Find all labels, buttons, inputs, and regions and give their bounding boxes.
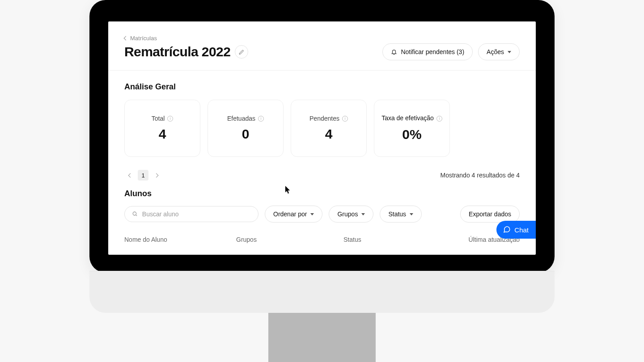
actions-label: Ações: [487, 48, 504, 55]
title-left: Rematrícula 2022: [124, 44, 248, 59]
breadcrumb-label: Matrículas: [130, 35, 157, 42]
info-icon[interactable]: i: [342, 116, 348, 122]
card-value: 4: [159, 126, 166, 142]
page-number[interactable]: 1: [138, 170, 148, 181]
chevron-left-icon: [128, 173, 132, 177]
groups-label: Grupos: [337, 210, 358, 218]
divider: [108, 70, 536, 71]
card-value: 4: [325, 126, 333, 142]
title-row: Rematrícula 2022: [124, 43, 520, 60]
chevron-right-icon: [154, 173, 158, 177]
card-label: Taxa de efetivação: [381, 114, 434, 122]
status-label: Status: [388, 210, 406, 218]
card-taxa: Taxa de efetivação i 0%: [374, 100, 450, 157]
export-button[interactable]: Exportar dados: [460, 206, 520, 223]
results-count: Mostrando 4 resultados de 4: [441, 172, 520, 179]
analysis-cards: Total i 4 Efetuadas i 0: [124, 100, 520, 157]
pagination-row: 1 Mostrando 4 resultados de 4: [124, 169, 520, 181]
monitor-chin: [89, 271, 555, 313]
info-icon[interactable]: i: [436, 116, 442, 122]
monitor-frame: Matrículas Rematrícula 2022: [89, 0, 555, 362]
app-root: Matrículas Rematrícula 2022: [108, 21, 536, 243]
card-pendentes: Pendentes i 4: [291, 100, 367, 157]
svg-point-0: [133, 212, 136, 215]
card-label: Total: [152, 115, 165, 122]
groups-dropdown[interactable]: Grupos: [329, 206, 373, 223]
chat-icon: [503, 225, 511, 235]
screen: Matrículas Rematrícula 2022: [108, 21, 536, 255]
breadcrumb[interactable]: Matrículas: [124, 35, 157, 42]
info-icon[interactable]: i: [258, 116, 264, 122]
pencil-icon: [239, 49, 244, 55]
sort-dropdown[interactable]: Ordenar por: [265, 206, 322, 223]
chevron-down-icon: [508, 51, 511, 53]
pagination: 1: [124, 169, 162, 181]
chevron-left-icon: [124, 36, 128, 41]
col-status: Status: [343, 236, 433, 243]
monitor-bezel: Matrículas Rematrícula 2022: [89, 0, 555, 273]
analysis-title: Análise Geral: [124, 82, 520, 92]
page-title: Rematrícula 2022: [124, 44, 230, 59]
filters-row: Ordenar por Grupos Status Exportar dados: [124, 206, 520, 223]
chat-label: Chat: [514, 226, 529, 234]
edit-title-button[interactable]: [235, 45, 248, 59]
info-icon[interactable]: i: [167, 116, 173, 122]
col-name: Nome do Aluno: [124, 236, 218, 243]
col-groups: Grupos: [236, 236, 326, 243]
card-value: 0: [242, 126, 250, 142]
card-total: Total i 4: [124, 100, 200, 157]
table-header: Nome do Aluno Grupos Status Última atual…: [124, 236, 520, 243]
page-next-button[interactable]: [150, 169, 162, 181]
title-actions: Notificar pendentes (3) Ações: [382, 43, 520, 60]
chat-button[interactable]: Chat: [496, 221, 536, 239]
card-label: Pendentes: [309, 115, 339, 122]
students-title: Alunos: [124, 189, 520, 198]
chevron-down-icon: [410, 213, 413, 215]
export-label: Exportar dados: [469, 210, 511, 218]
bell-icon: [391, 49, 397, 55]
notify-label: Notificar pendentes (3): [401, 48, 464, 55]
card-label: Efetuadas: [227, 115, 255, 122]
status-dropdown[interactable]: Status: [380, 206, 422, 223]
search-icon: [132, 211, 138, 217]
search-input[interactable]: [142, 210, 251, 218]
page-prev-button[interactable]: [124, 169, 136, 181]
card-efetuadas: Efetuadas i 0: [208, 100, 284, 157]
chevron-down-icon: [361, 213, 365, 215]
search-input-wrapper[interactable]: [124, 206, 258, 222]
monitor-stand: [268, 313, 376, 362]
card-value: 0%: [402, 127, 421, 142]
chevron-down-icon: [310, 213, 314, 215]
actions-dropdown[interactable]: Ações: [478, 43, 520, 60]
sort-label: Ordenar por: [273, 210, 307, 218]
notify-pending-button[interactable]: Notificar pendentes (3): [382, 43, 473, 60]
